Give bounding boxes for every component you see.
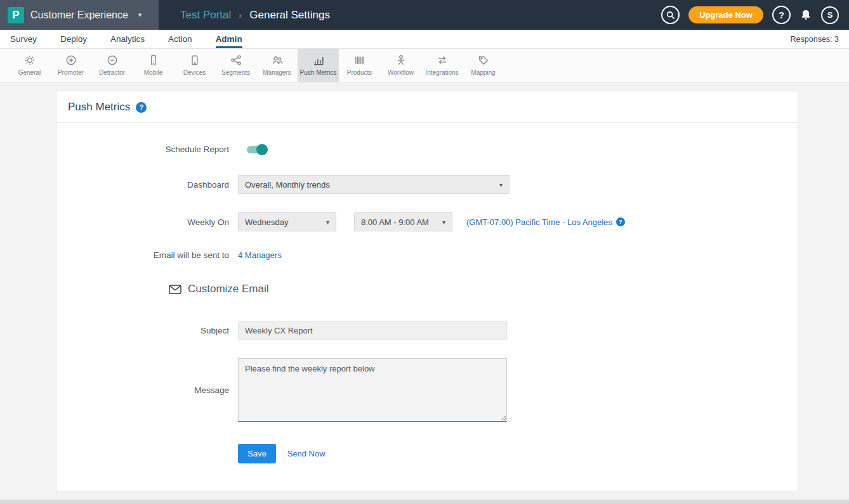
customize-email-heading: Customize Email (169, 283, 798, 295)
toolbar-item-managers[interactable]: Managers (256, 49, 298, 82)
toolbar-label: Managers (263, 69, 291, 76)
envelope-icon (169, 285, 181, 294)
main-nav: Survey Deploy Analytics Action Admin Res… (0, 30, 849, 49)
brand-logo-letter: P (12, 9, 19, 22)
push-metrics-icon (313, 55, 324, 66)
products-icon (354, 55, 365, 66)
upgrade-now-button[interactable]: Upgrade Now (688, 6, 763, 23)
plus-circle-icon (65, 55, 77, 66)
admin-toolbar: General Promoter Detractor Mobile Device (0, 49, 849, 82)
toolbar-label: Devices (183, 69, 206, 76)
send-now-link[interactable]: Send Now (287, 449, 326, 458)
workflow-icon (395, 55, 407, 66)
toolbar-item-mobile[interactable]: Mobile (133, 49, 174, 82)
brand-logo: P (8, 7, 24, 23)
minus-circle-icon (107, 55, 118, 66)
toolbar-item-devices[interactable]: Devices (174, 49, 215, 82)
devices-icon (189, 55, 201, 66)
help-circle-icon[interactable]: ? (136, 102, 147, 113)
toolbar-item-integrations[interactable]: Integrations (421, 49, 463, 82)
dashboard-select[interactable]: Overall, Monthly trends ▾ (238, 175, 510, 194)
responses-count: Responses: 3 (791, 30, 839, 48)
page-title: Push Metrics (68, 101, 130, 113)
toolbar-label: Promoter (58, 69, 84, 76)
chevron-down-icon: ▾ (442, 219, 445, 226)
timezone-help-icon[interactable]: ? (616, 217, 625, 226)
toolbar-item-mapping[interactable]: Mapping (463, 49, 504, 82)
save-button[interactable]: Save (238, 444, 276, 463)
toolbar-item-segments[interactable]: Segments (215, 49, 256, 82)
push-metrics-form: Schedule Report Dashboard Overall, Month… (56, 123, 798, 463)
topbar-actions: Upgrade Now ? S (661, 6, 849, 24)
tab-deploy[interactable]: Deploy (60, 30, 87, 48)
timezone-text: (GMT-07:00) Pacific Time - Los Angeles (466, 217, 612, 227)
customize-email-title: Customize Email (188, 283, 269, 295)
schedule-report-label: Schedule Report (56, 145, 238, 154)
toolbar-item-detractor[interactable]: Detractor (91, 49, 133, 82)
search-button[interactable] (661, 6, 680, 24)
dashboard-select-value: Overall, Monthly trends (245, 180, 330, 190)
notifications-button[interactable] (800, 9, 812, 22)
avatar[interactable]: S (821, 6, 839, 24)
timezone-info: (GMT-07:00) Pacific Time - Los Angeles ? (466, 217, 625, 227)
chevron-down-icon: ▾ (326, 219, 329, 226)
schedule-report-toggle[interactable] (247, 146, 266, 153)
tab-action[interactable]: Action (168, 30, 192, 48)
toolbar-item-promoter[interactable]: Promoter (50, 49, 91, 82)
toolbar-label: Integrations (425, 69, 458, 76)
toolbar-label: Push Metrics (300, 69, 337, 76)
integrations-icon (437, 55, 448, 66)
subject-label: Subject (56, 326, 238, 335)
tab-analytics[interactable]: Analytics (110, 30, 145, 48)
mobile-icon (148, 55, 159, 66)
chevron-down-icon: ▾ (138, 11, 142, 19)
message-textarea[interactable]: Please find the weekly report below (238, 358, 507, 422)
push-metrics-card: Push Metrics ? Schedule Report Dashboard… (56, 91, 798, 491)
mapping-icon (478, 55, 489, 66)
workspace-name: Customer Experience (30, 10, 128, 21)
gear-icon (24, 55, 36, 66)
bell-icon (800, 9, 812, 22)
bottom-scrollbar-track[interactable] (0, 500, 849, 504)
dashboard-label: Dashboard (56, 180, 238, 190)
breadcrumb: Test Portal › General Settings (180, 9, 330, 22)
page-title-breadcrumb: General Settings (249, 9, 330, 22)
toolbar-item-workflow[interactable]: Workflow (380, 49, 421, 82)
question-mark-icon: ? (779, 10, 784, 20)
topbar: P Customer Experience ▾ Test Portal › Ge… (0, 0, 849, 30)
workspace-switcher[interactable]: P Customer Experience ▾ (0, 0, 159, 30)
day-select-value: Wednesday (245, 217, 288, 227)
email-recipients-label: Email will be sent to (56, 250, 238, 260)
message-label: Message (56, 385, 238, 395)
toolbar-item-products[interactable]: Products (339, 49, 380, 82)
toolbar-item-general[interactable]: General (9, 49, 50, 82)
chevron-down-icon: ▾ (499, 181, 503, 188)
card-header: Push Metrics ? (56, 91, 798, 123)
toolbar-label: Workflow (388, 69, 414, 76)
breadcrumb-separator-icon: › (239, 10, 242, 20)
toggle-knob (256, 144, 268, 155)
day-select[interactable]: Wednesday ▾ (238, 212, 336, 231)
time-select[interactable]: 8:00 AM - 9:00 AM ▾ (354, 212, 452, 231)
toolbar-label: Mobile (144, 69, 162, 76)
toolbar-label: Mapping (471, 69, 495, 76)
tab-admin[interactable]: Admin (216, 30, 242, 48)
search-icon (666, 11, 675, 20)
subject-input[interactable] (238, 321, 507, 340)
weekly-on-label: Weekly On (56, 217, 238, 227)
tab-survey[interactable]: Survey (10, 30, 37, 48)
managers-icon (272, 55, 283, 66)
breadcrumb-portal-link[interactable]: Test Portal (180, 9, 231, 22)
app-window: P Customer Experience ▾ Test Portal › Ge… (0, 0, 849, 504)
toolbar-label: Detractor (99, 69, 125, 76)
segments-icon (230, 55, 242, 66)
managers-link[interactable]: 4 Managers (238, 250, 282, 260)
toolbar-label: Segments (221, 69, 250, 76)
toolbar-item-push-metrics[interactable]: Push Metrics (298, 49, 339, 82)
avatar-initial: S (827, 10, 833, 20)
toolbar-label: Products (347, 69, 372, 76)
help-button[interactable]: ? (772, 6, 791, 24)
toolbar-label: General (18, 69, 41, 76)
time-select-value: 8:00 AM - 9:00 AM (361, 217, 429, 227)
